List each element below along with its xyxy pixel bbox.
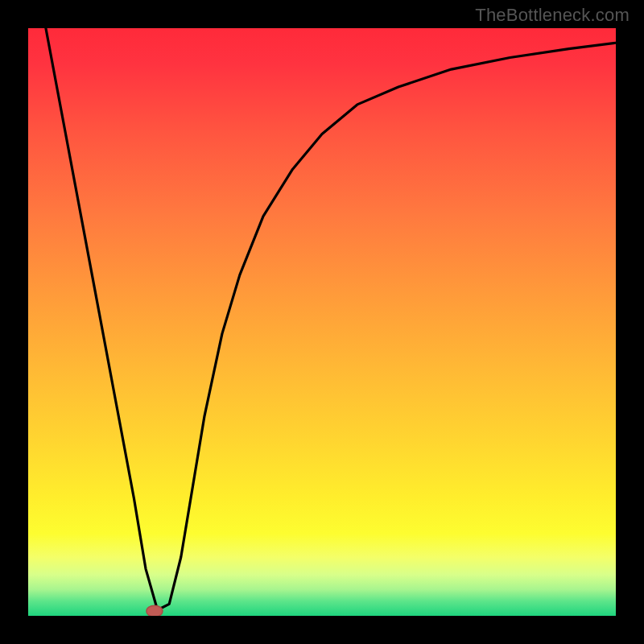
plot-area: [28, 28, 616, 616]
chart-frame: TheBottleneck.com: [0, 0, 644, 644]
watermark-text: TheBottleneck.com: [475, 5, 630, 26]
